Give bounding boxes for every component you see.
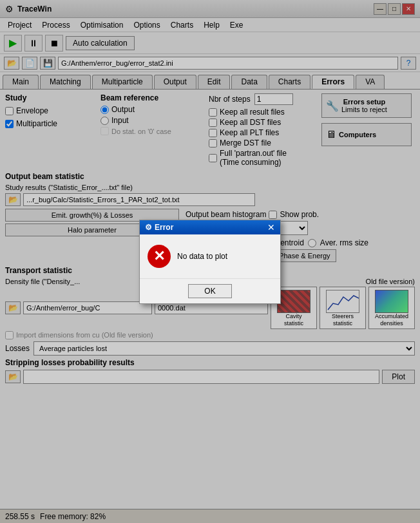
modal-overlay: ⚙ Error ✕ ✕ No data to plot OK	[0, 0, 420, 523]
error-modal: ⚙ Error ✕ ✕ No data to plot OK	[139, 220, 281, 304]
modal-body: ✕ No data to plot	[140, 234, 280, 278]
modal-footer: OK	[140, 278, 280, 303]
modal-title-bar: ⚙ Error ✕	[140, 220, 280, 234]
modal-close-button[interactable]: ✕	[267, 222, 275, 233]
modal-message: No data to plot	[177, 252, 227, 261]
error-icon: ✕	[148, 245, 171, 268]
modal-title-icon: ⚙	[145, 223, 152, 232]
modal-title: ⚙ Error	[145, 223, 173, 232]
ok-button[interactable]: OK	[188, 284, 231, 298]
